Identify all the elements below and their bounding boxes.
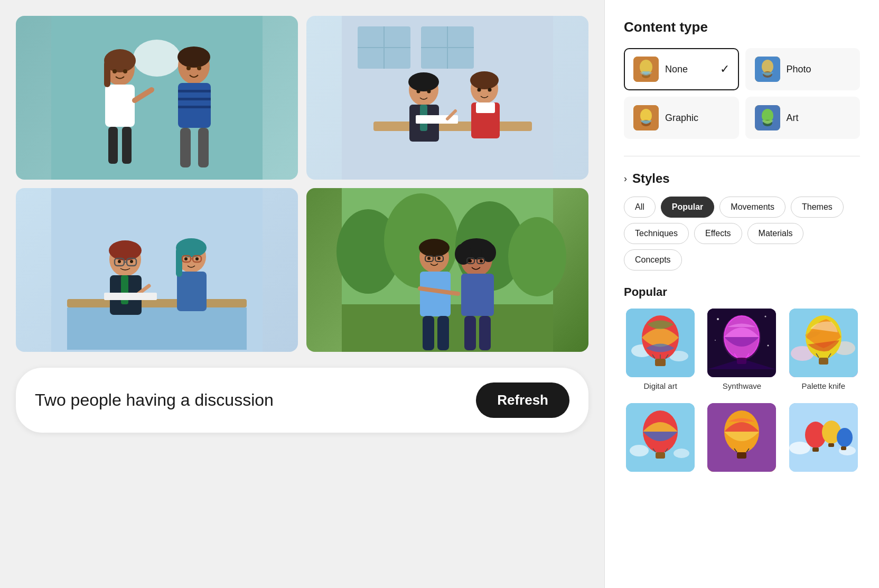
svg-point-18 bbox=[177, 46, 210, 68]
content-type-label-none: None bbox=[665, 64, 688, 75]
svg-point-54 bbox=[130, 260, 133, 263]
section-divider bbox=[624, 156, 860, 156]
styles-chevron-icon: › bbox=[624, 173, 627, 184]
style-label-digital-art: Digital art bbox=[643, 381, 677, 390]
style-label-synthwave: Synthwave bbox=[723, 381, 761, 390]
svg-rect-14 bbox=[178, 98, 211, 100]
content-type-graphic[interactable]: Graphic bbox=[624, 97, 739, 139]
svg-rect-134 bbox=[656, 452, 665, 459]
style-thumb-4 bbox=[626, 403, 695, 472]
svg-point-122 bbox=[765, 316, 766, 318]
refresh-button[interactable]: Refresh bbox=[476, 382, 569, 418]
style-item-5[interactable] bbox=[705, 403, 778, 472]
more-style-grid bbox=[624, 403, 860, 472]
svg-rect-17 bbox=[198, 128, 209, 167]
content-type-none[interactable]: None ✓ bbox=[624, 48, 739, 90]
content-type-thumb-none bbox=[633, 57, 659, 82]
svg-point-19 bbox=[186, 66, 191, 70]
svg-point-32 bbox=[408, 72, 439, 91]
svg-point-123 bbox=[715, 340, 716, 341]
svg-rect-4 bbox=[108, 127, 118, 164]
svg-point-64 bbox=[184, 257, 188, 260]
style-item-4[interactable] bbox=[624, 403, 697, 472]
popular-title: Popular bbox=[624, 285, 860, 299]
style-thumb-5 bbox=[707, 403, 776, 472]
svg-rect-84 bbox=[464, 316, 476, 350]
svg-rect-151 bbox=[828, 443, 834, 447]
pill-materials[interactable]: Materials bbox=[747, 223, 804, 244]
pill-techniques[interactable]: Techniques bbox=[624, 223, 689, 244]
image-grid bbox=[16, 16, 588, 352]
pill-concepts[interactable]: Concepts bbox=[624, 249, 682, 270]
prompt-text: Two people having a discussion bbox=[35, 389, 274, 412]
style-label-palette-knife: Palette knife bbox=[802, 381, 846, 390]
popular-style-grid: Digital art bbox=[624, 309, 860, 390]
style-item-digital-art[interactable]: Digital art bbox=[624, 309, 697, 390]
svg-rect-60 bbox=[176, 248, 182, 277]
style-thumb-synthwave bbox=[707, 309, 776, 377]
content-type-label-photo: Photo bbox=[787, 64, 811, 75]
svg-rect-110 bbox=[655, 359, 666, 366]
content-type-art[interactable]: Art bbox=[745, 97, 861, 139]
svg-rect-13 bbox=[178, 90, 211, 92]
pill-all[interactable]: All bbox=[624, 197, 656, 218]
svg-rect-15 bbox=[178, 106, 211, 108]
content-type-label-graphic: Graphic bbox=[665, 113, 698, 124]
svg-point-138 bbox=[674, 449, 689, 458]
style-thumb-digital-art bbox=[626, 309, 695, 377]
svg-point-80 bbox=[437, 257, 441, 260]
image-card-cartoon-3[interactable] bbox=[16, 188, 298, 352]
pill-movements[interactable]: Movements bbox=[719, 197, 786, 218]
style-thumb-6 bbox=[789, 403, 858, 472]
svg-point-70 bbox=[508, 217, 566, 296]
svg-point-149 bbox=[837, 428, 853, 447]
content-type-thumb-graphic bbox=[633, 105, 659, 130]
svg-rect-44 bbox=[67, 299, 247, 307]
svg-rect-74 bbox=[423, 316, 434, 350]
svg-rect-39 bbox=[476, 102, 495, 113]
image-card-cartoon-2[interactable] bbox=[306, 16, 588, 180]
right-panel: Content type None ✓ bbox=[604, 0, 879, 588]
image-card-cartoon-1[interactable] bbox=[16, 16, 298, 180]
content-type-thumb-photo bbox=[755, 57, 780, 82]
svg-point-20 bbox=[197, 66, 201, 70]
svg-point-1 bbox=[133, 40, 181, 77]
svg-point-8 bbox=[113, 69, 117, 73]
svg-rect-16 bbox=[180, 128, 191, 167]
style-item-synthwave[interactable]: Synthwave bbox=[705, 309, 778, 390]
svg-rect-3 bbox=[105, 85, 135, 127]
style-item-palette-knife[interactable]: Palette knife bbox=[787, 309, 860, 390]
svg-point-145 bbox=[789, 442, 810, 454]
left-panel: Two people having a discussion Refresh bbox=[0, 0, 604, 588]
pill-effects[interactable]: Effects bbox=[694, 223, 742, 244]
svg-point-121 bbox=[717, 318, 719, 320]
svg-point-42 bbox=[488, 88, 492, 92]
svg-point-40 bbox=[470, 71, 499, 89]
svg-rect-75 bbox=[437, 316, 449, 350]
svg-point-76 bbox=[419, 239, 450, 257]
image-card-photo-1[interactable] bbox=[306, 188, 588, 352]
svg-rect-5 bbox=[122, 127, 132, 164]
pill-themes[interactable]: Themes bbox=[791, 197, 844, 218]
content-type-grid: None ✓ Photo bbox=[624, 48, 860, 139]
svg-rect-150 bbox=[812, 447, 819, 452]
svg-point-137 bbox=[630, 445, 649, 456]
svg-point-41 bbox=[478, 88, 481, 92]
svg-rect-58 bbox=[177, 272, 207, 311]
style-item-6[interactable] bbox=[787, 403, 860, 472]
pill-popular[interactable]: Popular bbox=[661, 197, 715, 218]
styles-header[interactable]: › Styles bbox=[624, 171, 860, 186]
styles-title: Styles bbox=[632, 171, 670, 186]
svg-point-65 bbox=[195, 257, 199, 260]
content-type-photo[interactable]: Photo bbox=[745, 48, 861, 90]
svg-point-33 bbox=[417, 90, 420, 94]
content-type-thumb-art bbox=[755, 105, 780, 130]
svg-point-53 bbox=[118, 260, 121, 263]
svg-rect-45 bbox=[67, 307, 247, 350]
svg-rect-56 bbox=[104, 293, 157, 300]
svg-point-90 bbox=[480, 259, 483, 263]
svg-point-89 bbox=[469, 259, 472, 263]
svg-point-9 bbox=[123, 69, 127, 73]
svg-point-88 bbox=[481, 243, 496, 262]
style-thumb-palette-knife bbox=[789, 309, 858, 377]
